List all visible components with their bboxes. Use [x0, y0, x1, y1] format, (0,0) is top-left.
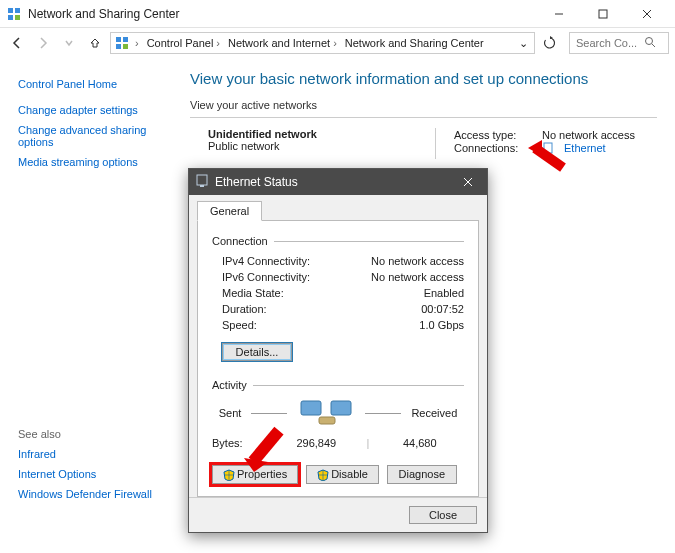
network-type: Public network	[208, 140, 435, 152]
refresh-button[interactable]	[539, 32, 561, 54]
ethernet-status-dialog: Ethernet Status General Connection IPv4 …	[188, 168, 488, 533]
search-box[interactable]	[569, 32, 669, 54]
svg-rect-2	[8, 15, 13, 20]
nav-up-button[interactable]	[84, 32, 106, 54]
media-state-label: Media State:	[222, 287, 284, 299]
svg-line-13	[652, 44, 655, 47]
nav-back-button[interactable]	[6, 32, 28, 54]
bytes-received-value: 44,680	[375, 437, 464, 449]
diagnose-button[interactable]: Diagnose	[387, 465, 457, 484]
activity-section-label: Activity	[212, 379, 247, 391]
search-input[interactable]	[574, 36, 644, 50]
svg-point-12	[646, 38, 653, 45]
dialog-titlebar[interactable]: Ethernet Status	[189, 169, 487, 195]
sidebar-link-sharing[interactable]: Change advanced sharing options	[18, 124, 172, 148]
ipv4-value: No network access	[371, 255, 464, 267]
ipv6-label: IPv6 Connectivity:	[222, 271, 310, 283]
svg-rect-9	[123, 37, 128, 42]
dialog-title: Ethernet Status	[215, 175, 298, 189]
disable-button[interactable]: Disable	[306, 465, 379, 484]
page-title: View your basic network information and …	[190, 70, 657, 87]
network-name: Unidentified network	[208, 128, 435, 140]
svg-rect-20	[197, 175, 207, 185]
speed-label: Speed:	[222, 319, 257, 331]
svg-rect-17	[532, 144, 566, 172]
svg-rect-11	[123, 44, 128, 49]
window-titlebar: Network and Sharing Center	[0, 0, 675, 28]
window-title: Network and Sharing Center	[28, 7, 179, 21]
duration-label: Duration:	[222, 303, 267, 315]
ipv6-value: No network access	[371, 271, 464, 283]
breadcrumb[interactable]: › Control Panel › Network and Internet ›…	[110, 32, 535, 54]
svg-rect-21	[200, 185, 204, 187]
breadcrumb-icon	[113, 36, 131, 50]
svg-rect-5	[599, 10, 607, 18]
dialog-icon	[195, 174, 209, 191]
svg-rect-10	[116, 44, 121, 49]
breadcrumb-leaf[interactable]: Network and Sharing Center	[341, 37, 488, 49]
sidebar: Control Panel Home Change adapter settin…	[0, 58, 190, 553]
seealso-infrared[interactable]: Infrared	[18, 448, 172, 460]
breadcrumb-dropdown[interactable]: ⌄	[515, 37, 532, 50]
sidebar-link-adapter[interactable]: Change adapter settings	[18, 104, 172, 116]
app-icon	[6, 6, 22, 22]
speed-value: 1.0 Gbps	[419, 319, 464, 331]
dialog-close-button[interactable]	[455, 169, 481, 195]
maximize-button[interactable]	[581, 0, 625, 28]
sidebar-link-media[interactable]: Media streaming options	[18, 156, 172, 168]
network-activity-icon	[297, 397, 355, 429]
svg-rect-19	[249, 427, 284, 465]
dialog-close-footer-button[interactable]: Close	[409, 506, 477, 524]
details-button[interactable]: Details...	[222, 343, 292, 361]
activity-received-label: Received	[411, 407, 457, 419]
minimize-button[interactable]	[537, 0, 581, 28]
breadcrumb-root[interactable]: Control Panel ›	[143, 37, 224, 49]
breadcrumb-mid[interactable]: Network and Internet ›	[224, 37, 341, 49]
connection-section-label: Connection	[212, 235, 268, 247]
svg-rect-1	[15, 8, 20, 13]
nav-recent-button[interactable]	[58, 32, 80, 54]
shield-icon	[223, 469, 235, 481]
sidebar-home-link[interactable]: Control Panel Home	[18, 78, 172, 90]
svg-rect-3	[15, 15, 20, 20]
annotation-arrow-properties	[244, 422, 304, 482]
svg-rect-26	[319, 417, 335, 424]
nav-forward-button[interactable]	[32, 32, 54, 54]
active-networks-header: View your active networks	[190, 99, 657, 111]
seealso-header: See also	[18, 428, 172, 440]
seealso-internet-options[interactable]: Internet Options	[18, 468, 172, 480]
svg-rect-0	[8, 8, 13, 13]
shield-icon	[317, 469, 329, 481]
annotation-arrow-ethernet	[520, 140, 580, 190]
search-icon	[644, 36, 656, 50]
tab-general[interactable]: General	[197, 201, 262, 221]
duration-value: 00:07:52	[421, 303, 464, 315]
svg-rect-24	[301, 401, 321, 415]
seealso-firewall[interactable]: Windows Defender Firewall	[18, 488, 172, 500]
svg-rect-25	[331, 401, 351, 415]
close-button[interactable]	[625, 0, 669, 28]
media-state-value: Enabled	[424, 287, 464, 299]
activity-sent-label: Sent	[219, 407, 242, 419]
ipv4-label: IPv4 Connectivity:	[222, 255, 310, 267]
svg-rect-8	[116, 37, 121, 42]
navigation-bar: › Control Panel › Network and Internet ›…	[0, 28, 675, 58]
